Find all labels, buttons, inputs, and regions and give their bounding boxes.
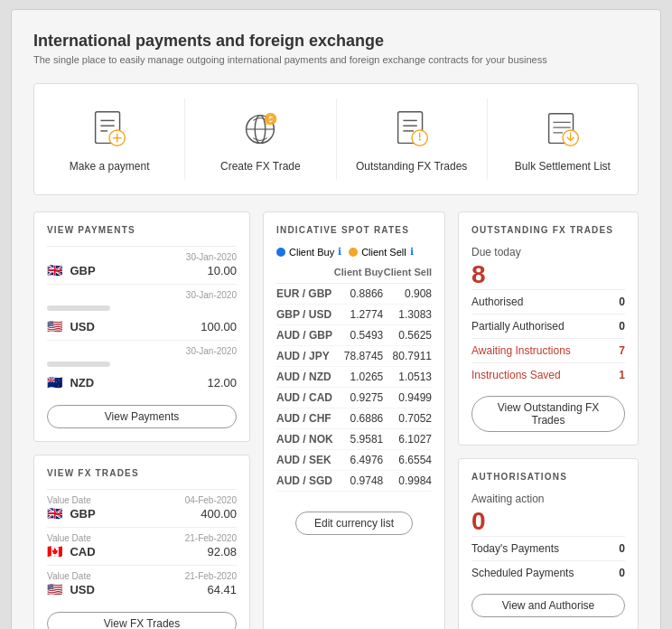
rate-row: AUD / SEK 6.4976 6.6554 [276, 450, 432, 471]
rate-row: AUD / GBP 0.5493 0.5625 [276, 325, 432, 346]
payment-amount: 12.00 [207, 376, 237, 390]
view-payments-button[interactable]: View Payments [47, 405, 237, 428]
currency-pair: AUD / CAD [276, 388, 333, 408]
fx-trade-row: Value Date 21-Feb-2020 🇨🇦 CAD 92.08 [47, 527, 237, 565]
buy-rate: 1.0265 [333, 367, 383, 388]
authorised-value: 0 [619, 296, 625, 308]
buy-rate: 0.9748 [333, 471, 383, 492]
currency-flag: 🇳🇿 [47, 375, 62, 390]
payment-date: 30-Jan-2020 [47, 290, 237, 300]
due-today-label: Due today [471, 246, 625, 258]
sell-rate: 0.9984 [383, 471, 432, 492]
rate-row: EUR / GBP 0.8866 0.908 [276, 284, 432, 305]
awaiting-instructions-label: Awaiting Instructions [471, 344, 571, 357]
currency-pair: AUD / NOK [276, 429, 333, 450]
currency-display: 🇺🇸 USD [47, 318, 95, 334]
buy-rate: 6.4976 [333, 450, 383, 471]
scheduled-payments-value: 0 [619, 567, 625, 579]
make-payment-label: Make a payment [70, 160, 150, 173]
authorisations-card: AUTHORISATIONS Awaiting action 0 Today's… [458, 458, 639, 629]
buy-rate: 0.8866 [333, 284, 383, 305]
partially-authorised-label: Partially Authorised [471, 320, 565, 333]
todays-payments-label: Today's Payments [471, 542, 559, 555]
instructions-saved-label: Instructions Saved [471, 369, 561, 381]
rate-row: AUD / CHF 0.6886 0.7052 [276, 408, 432, 429]
create-fx-icon: $ [237, 106, 284, 153]
quick-actions-bar: Make a payment $ Create FX Trade [33, 83, 639, 195]
rate-row: AUD / SGD 0.9748 0.9984 [276, 471, 432, 492]
create-fx-action[interactable]: $ Create FX Trade [185, 99, 336, 180]
authorisations-title: AUTHORISATIONS [471, 472, 625, 482]
make-payment-action[interactable]: Make a payment [34, 99, 185, 180]
pair-header [276, 267, 333, 284]
sell-rate: 1.0513 [383, 367, 432, 388]
buy-rate: 0.6886 [333, 408, 383, 429]
trade-date: 04-Feb-2020 [185, 495, 237, 505]
awaiting-action-label: Awaiting action [471, 493, 625, 505]
client-buy-dot [276, 248, 285, 257]
right-column: OUTSTANDING FX TRADES Due today 8 Author… [458, 211, 639, 629]
authorised-label: Authorised [471, 296, 523, 308]
awaiting-instructions-stat: Awaiting Instructions 7 [471, 338, 625, 362]
spot-rates-table: Client Buy Client Sell EUR / GBP 0.8866 … [276, 267, 432, 492]
payment-info: 🇳🇿 NZD 12.00 [47, 374, 237, 390]
main-grid: VIEW PAYMENTS 30-Jan-2020 🇬🇧 GBP 10.00 3… [33, 211, 639, 629]
currency-display: 🇬🇧 GBP [47, 505, 96, 521]
buy-rate: 78.8745 [333, 346, 383, 367]
payment-amount: 100.00 [201, 320, 237, 333]
fx-trade-row: Value Date 04-Feb-2020 🇬🇧 GBP 400.00 [47, 489, 237, 527]
client-sell-legend: Client Sell ℹ [349, 246, 414, 258]
currency-code: NZD [70, 376, 94, 390]
currency-code: GBP [70, 264, 95, 277]
spot-rates-title: INDICATIVE SPOT RATES [276, 225, 432, 235]
view-fx-trades-title: VIEW FX TRADES [47, 468, 237, 478]
sell-rate: 1.3083 [383, 305, 432, 325]
currency-pair: GBP / USD [276, 305, 333, 325]
create-fx-label: Create FX Trade [220, 160, 301, 173]
payment-date: 30-Jan-2020 [47, 252, 237, 262]
buy-rate: 5.9581 [333, 429, 383, 450]
currency-pair: AUD / SEK [276, 450, 333, 471]
outstanding-fx-title: OUTSTANDING FX TRADES [471, 225, 625, 235]
svg-point-18 [418, 138, 420, 140]
sell-rate: 0.7052 [383, 408, 432, 429]
value-date-label: Value Date [47, 533, 91, 543]
sell-rate: 0.9499 [383, 388, 432, 408]
payment-info: 🇺🇸 USD 100.00 [47, 318, 237, 334]
client-sell-dot [349, 248, 358, 257]
currency-pair: AUD / GBP [276, 325, 333, 346]
currency-display: 🇺🇸 USD [47, 581, 95, 597]
view-and-authorise-button[interactable]: View and Authorise [471, 594, 625, 617]
currency-pair: AUD / NZD [276, 367, 333, 388]
currency-display: 🇬🇧 GBP [47, 262, 96, 278]
client-sell-label: Client Sell [361, 247, 406, 258]
bulk-settlement-action[interactable]: Bulk Settlement List [488, 99, 638, 180]
view-payments-title: VIEW PAYMENTS [47, 225, 237, 235]
outstanding-fx-action[interactable]: Outstanding FX Trades [337, 99, 488, 180]
buy-rate: 0.9275 [333, 388, 383, 408]
fx-trade-row: Value Date 21-Feb-2020 🇺🇸 USD 64.41 [47, 565, 237, 603]
awaiting-action-value: 0 [471, 507, 625, 536]
payment-row: 30-Jan-2020 🇳🇿 NZD 12.00 [47, 340, 237, 396]
make-payment-icon [86, 106, 133, 153]
payment-info: 🇨🇦 CAD 92.08 [47, 543, 237, 559]
currency-pair: EUR / GBP [276, 284, 333, 305]
instructions-saved-stat: Instructions Saved 1 [471, 362, 625, 387]
payment-info: 🇬🇧 GBP 400.00 [47, 505, 237, 521]
view-outstanding-fx-button[interactable]: View Outstanding FX Trades [471, 396, 625, 432]
edit-currency-list-button[interactable]: Edit currency list [295, 512, 413, 535]
reference-blur [47, 305, 110, 311]
currency-flag: 🇬🇧 [47, 263, 62, 277]
sell-rate: 6.1027 [383, 429, 432, 450]
view-fx-trades-button[interactable]: View FX Trades [47, 612, 237, 629]
client-buy-legend: Client Buy ℹ [276, 246, 341, 258]
buy-header: Client Buy [333, 267, 383, 284]
sell-rate: 0.5625 [383, 325, 432, 346]
value-date-label: Value Date [47, 495, 91, 505]
partially-authorised-stat: Partially Authorised 0 [471, 314, 625, 338]
todays-payments-value: 0 [619, 542, 625, 555]
rate-row: AUD / NZD 1.0265 1.0513 [276, 367, 432, 388]
due-today-value: 8 [471, 260, 625, 289]
payment-info: 🇬🇧 GBP 10.00 [47, 262, 237, 278]
sell-header: Client Sell [383, 267, 432, 284]
